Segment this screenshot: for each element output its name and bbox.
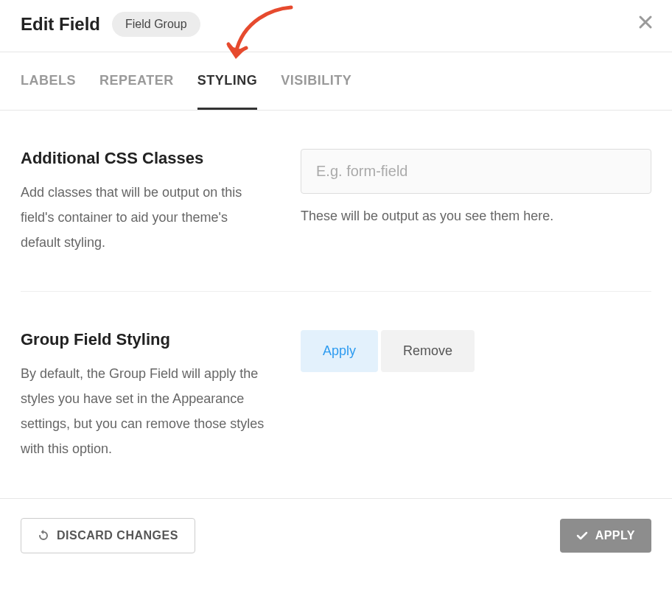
tab-visibility[interactable]: VISIBILITY [281,52,351,110]
section-description: By default, the Group Field will apply t… [21,361,271,462]
dialog-footer: DISCARD CHANGES APPLY [0,498,672,573]
section-group-field-styling: Group Field Styling By default, the Grou… [21,292,651,490]
apply-label: APPLY [595,529,635,542]
group-styling-toggle: Apply Remove [301,330,651,372]
section-control: These will be output as you see them her… [301,149,651,256]
check-icon [576,530,588,542]
tab-bar: LABELS REPEATER STYLING VISIBILITY [0,52,672,111]
section-title: Additional CSS Classes [21,149,271,168]
group-styling-remove[interactable]: Remove [381,330,475,372]
dialog-header: Edit Field Field Group [0,0,672,52]
close-button[interactable] [638,15,653,32]
group-styling-apply[interactable]: Apply [301,330,378,372]
undo-icon [38,530,49,542]
section-title: Group Field Styling [21,330,271,349]
css-classes-input[interactable] [301,149,651,194]
tab-content: Additional CSS Classes Add classes that … [0,111,672,489]
dialog-title: Edit Field [21,14,100,35]
tab-styling[interactable]: STYLING [197,52,258,110]
discard-changes-label: DISCARD CHANGES [57,529,178,542]
section-description: Add classes that will be output on this … [21,180,271,256]
section-info: Additional CSS Classes Add classes that … [21,149,271,256]
section-additional-css: Additional CSS Classes Add classes that … [21,111,651,292]
field-type-badge: Field Group [112,12,200,37]
discard-changes-button[interactable]: DISCARD CHANGES [21,518,195,553]
tab-labels[interactable]: LABELS [21,52,76,110]
css-classes-helper: These will be output as you see them her… [301,209,651,224]
apply-button[interactable]: APPLY [560,519,651,553]
close-icon [638,15,653,29]
section-control: Apply Remove [301,330,651,462]
tab-repeater[interactable]: REPEATER [99,52,174,110]
section-info: Group Field Styling By default, the Grou… [21,330,271,462]
svg-marker-1 [41,530,44,534]
